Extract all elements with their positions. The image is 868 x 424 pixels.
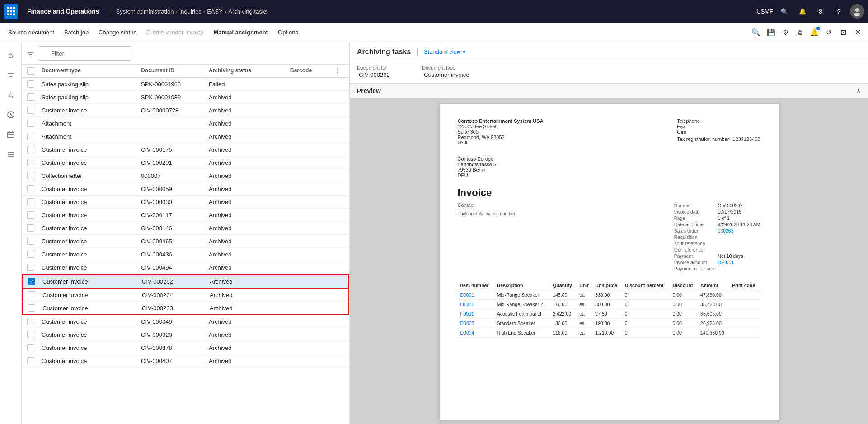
table-row[interactable]: Customer invoice CIV-000059 Archived (22, 182, 349, 196)
row-checkbox[interactable] (27, 133, 34, 140)
breadcrumb-system-admin[interactable]: System administration (116, 8, 174, 15)
table-row[interactable]: Sales packing slip SPK-00001989 Archived (22, 91, 349, 104)
app-grid-button[interactable] (4, 4, 18, 19)
row-checkbox[interactable] (27, 185, 34, 192)
line-desc: Mid-Range Speaker (494, 290, 550, 300)
row-checkbox[interactable] (28, 304, 35, 312)
select-all-checkbox[interactable] (27, 67, 34, 75)
row-checkbox[interactable] (27, 146, 34, 153)
table-row[interactable]: Customer invoice CIV-000117 Archived (22, 209, 349, 222)
table-row[interactable]: Customer invoice CIV-000465 Archived (22, 235, 349, 248)
line-desc: High End Speaker (494, 328, 550, 338)
row-checkbox[interactable] (27, 159, 34, 166)
table-row[interactable]: Customer invoice CIV-000175 Archived (22, 143, 349, 156)
line-disc-pct: 0 (622, 328, 670, 338)
view-dropdown[interactable]: Standard view ▾ (424, 48, 466, 55)
detail-title: Archiving tasks (357, 48, 411, 56)
table-row[interactable]: Customer invoice CIV-00000728 Archived (22, 104, 349, 117)
row-checkbox[interactable] (28, 291, 35, 298)
row-checkbox-cell (27, 159, 42, 166)
table-row[interactable]: Customer invoice CIV-000204 Archived (22, 289, 349, 302)
table-row[interactable]: Customer invoice CIV-000494 Archived (22, 261, 349, 274)
line-disc-pct: 0 (622, 309, 670, 319)
row-checkbox[interactable] (27, 318, 34, 325)
row-checkbox[interactable] (27, 80, 34, 88)
table-row[interactable]: Customer invoice CIV-000262 Archived (22, 274, 349, 289)
search-icon-top[interactable]: 🔍 (778, 5, 791, 18)
table-row[interactable]: Customer invoice CIV-000291 Archived (22, 156, 349, 169)
row-checkbox[interactable] (28, 278, 35, 285)
cmd-restore-icon[interactable]: ⊡ (836, 26, 850, 39)
breadcrumb-easy[interactable]: EASY (207, 8, 223, 15)
cmd-source-document[interactable]: Source document (4, 26, 59, 38)
row-checkbox[interactable] (27, 264, 34, 271)
row-checkbox-cell (28, 278, 42, 285)
row-status: Archived (209, 358, 290, 364)
cmd-options[interactable]: Options (273, 26, 303, 38)
invoice-to-suite: Suite 300 (458, 129, 544, 135)
row-checkbox[interactable] (27, 238, 34, 245)
list-filter-icon[interactable] (27, 50, 34, 57)
row-checkbox-cell (27, 146, 42, 153)
table-row[interactable]: Customer invoice CIV-000378 Archived (22, 341, 349, 354)
line-disc: 0.00 (670, 290, 698, 300)
cmd-new-window-icon[interactable]: ⧉ (793, 26, 807, 39)
list-table: Document type Document ID Archiving stat… (22, 65, 349, 424)
row-checkbox[interactable] (27, 357, 34, 364)
sidebar-star-icon[interactable]: ☆ (2, 86, 20, 104)
filter-input[interactable] (38, 46, 131, 61)
breadcrumb-inquiries[interactable]: Inquiries (179, 8, 202, 15)
sidebar-history-icon[interactable] (2, 106, 20, 124)
cmd-change-status[interactable]: Change status (94, 26, 141, 38)
sidebar-calendar-icon[interactable] (2, 126, 20, 144)
row-checkbox[interactable] (27, 344, 34, 351)
sidebar-list-icon[interactable] (2, 145, 20, 163)
table-row[interactable]: Customer invoice CIV-000349 Archived (22, 315, 349, 328)
notifications-icon[interactable]: 🔔 (796, 5, 809, 18)
table-row[interactable]: Collection letter 000007 Archived (22, 169, 349, 182)
row-checkbox[interactable] (27, 107, 34, 114)
breadcrumb-archiving[interactable]: Archiving tasks (228, 8, 267, 15)
cmd-search-icon[interactable]: 🔍 (749, 25, 763, 39)
meta-req-value (718, 234, 760, 240)
col-checkbox (27, 67, 42, 75)
help-icon[interactable]: ? (832, 5, 845, 18)
row-checkbox[interactable] (27, 120, 34, 127)
row-checkbox[interactable] (27, 93, 34, 101)
table-row[interactable]: Customer invoice CIV-000233 Archived (22, 302, 349, 315)
cmd-manual-assignment[interactable]: Manual assignment (209, 26, 272, 38)
table-row[interactable]: Customer invoice CIV-000320 Archived (22, 328, 349, 341)
col-doc-type: Document type (42, 67, 141, 75)
table-row[interactable]: Attachment Archived (22, 117, 349, 130)
row-checkbox[interactable] (27, 198, 34, 205)
row-doc-id: SPK-00001989 (141, 94, 209, 101)
invoice-to-country: USA (458, 140, 544, 145)
cmd-notification-badge-icon[interactable]: 🔔1 (807, 26, 821, 39)
row-checkbox[interactable] (27, 211, 34, 219)
cmd-settings-icon[interactable]: ⚙ (779, 26, 792, 39)
cmd-create-vendor-invoice: Create vendor invoice (142, 26, 208, 38)
cmd-save-icon[interactable]: 💾 (764, 26, 778, 39)
table-row[interactable]: Customer invoice CIV-000030 Archived (22, 196, 349, 209)
sidebar-filter-icon[interactable] (2, 66, 20, 84)
line-amount: 66,605.00 (698, 309, 729, 319)
cmd-close-icon[interactable]: ✕ (851, 26, 864, 39)
user-avatar[interactable] (850, 4, 864, 19)
row-checkbox[interactable] (27, 172, 34, 179)
settings-gear-icon[interactable]: ⚙ (814, 5, 827, 18)
doc-type-value[interactable]: Customer invoice (422, 70, 476, 79)
table-row[interactable]: Attachment Archived (22, 130, 349, 143)
table-row[interactable]: Sales packing slip SPK-00001988 Failed (22, 78, 349, 91)
cmd-refresh-icon[interactable]: ↺ (822, 26, 835, 39)
cmd-batch-job[interactable]: Batch job (60, 26, 93, 38)
collapse-icon[interactable]: ∧ (856, 87, 861, 94)
sidebar-home-icon[interactable]: ⌂ (2, 46, 20, 64)
row-checkbox[interactable] (27, 331, 34, 338)
preview-content[interactable]: Contoso Entertainment System USA 123 Cof… (350, 98, 868, 424)
table-row[interactable]: Customer invoice CIV-000146 Archived (22, 222, 349, 235)
table-row[interactable]: Customer invoice CIV-000407 Archived (22, 354, 349, 368)
row-checkbox[interactable] (27, 224, 34, 232)
table-row[interactable]: Customer invoice CIV-000436 Archived (22, 248, 349, 261)
row-checkbox[interactable] (27, 251, 34, 258)
doc-id-value[interactable]: CIV-000262 (357, 70, 411, 79)
